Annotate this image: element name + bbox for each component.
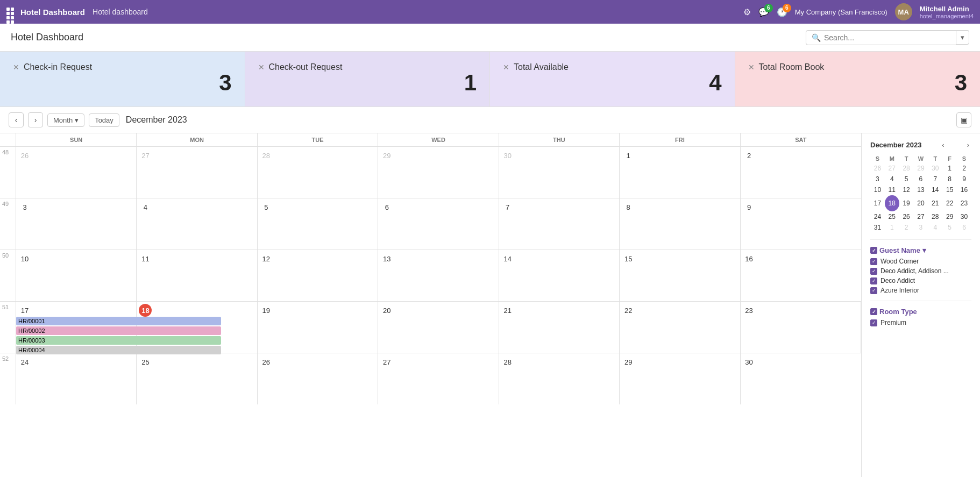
- cal-cell-52-day-4[interactable]: 28: [499, 353, 620, 404]
- cal-cell-50-day-2[interactable]: 12: [258, 250, 378, 301]
- mini-cal-day-4-0[interactable]: 24: [870, 211, 885, 222]
- mini-cal-day-5-4[interactable]: 4: [928, 222, 942, 233]
- cal-cell-49-day-5[interactable]: 8: [620, 198, 740, 250]
- mini-cal-day-3-0[interactable]: 17: [870, 195, 885, 211]
- mini-cal-day-4-5[interactable]: 29: [942, 211, 957, 222]
- mini-cal-day-5-0[interactable]: 31: [870, 222, 885, 233]
- cal-cell-52-day-6[interactable]: 30: [741, 353, 861, 404]
- cal-cell-49-day-6[interactable]: 9: [741, 198, 861, 250]
- filter-guest-item[interactable]: Deco Addict: [870, 277, 971, 284]
- cal-cell-52-day-1[interactable]: 25: [137, 353, 257, 404]
- cal-cell-50-day-4[interactable]: 14: [499, 250, 620, 301]
- cal-cell-48-day-5[interactable]: 1: [620, 147, 740, 198]
- cal-event-HR/00001[interactable]: HR/00001: [16, 317, 221, 325]
- cal-cell-49-day-1[interactable]: 4: [137, 198, 257, 250]
- cal-cell-49-day-2[interactable]: 5: [258, 198, 378, 250]
- mini-cal-day-4-1[interactable]: 25: [885, 211, 899, 222]
- messages-icon[interactable]: 💬 6: [758, 7, 769, 17]
- cal-cell-48-day-4[interactable]: 30: [499, 147, 620, 198]
- mini-cal-day-3-4[interactable]: 21: [928, 195, 942, 211]
- mini-calendar-next[interactable]: ›: [965, 140, 971, 150]
- filter-guest-item[interactable]: Wood Corner: [870, 258, 971, 265]
- filter-item-checkbox[interactable]: [870, 319, 877, 326]
- calendar-today-button[interactable]: Today: [89, 113, 119, 127]
- kpi-close-roombook[interactable]: ✕: [748, 63, 755, 72]
- mini-cal-day-0-5[interactable]: 1: [942, 163, 957, 174]
- mini-cal-day-0-2[interactable]: 28: [899, 163, 914, 174]
- mini-cal-day-2-0[interactable]: 10: [870, 184, 885, 195]
- mini-cal-day-0-6[interactable]: 2: [957, 163, 971, 174]
- calendar-next-button[interactable]: ›: [28, 112, 43, 127]
- mini-cal-day-2-6[interactable]: 16: [957, 184, 971, 195]
- activity-icon[interactable]: 🕐 6: [777, 7, 787, 17]
- cal-cell-49-day-0[interactable]: 3: [16, 198, 137, 250]
- search-dropdown-button[interactable]: ▾: [956, 30, 969, 45]
- mini-calendar-prev[interactable]: ‹: [940, 140, 946, 150]
- mini-cal-day-0-4[interactable]: 30: [928, 163, 942, 174]
- mini-cal-day-3-2[interactable]: 19: [899, 195, 914, 211]
- mini-cal-day-1-1[interactable]: 4: [885, 174, 899, 184]
- mini-cal-day-2-3[interactable]: 13: [914, 184, 928, 195]
- cal-cell-48-day-3[interactable]: 29: [378, 147, 499, 198]
- filter-room-type-title[interactable]: Room Type: [870, 308, 971, 316]
- mini-cal-day-1-5[interactable]: 8: [942, 174, 957, 184]
- mini-cal-day-2-1[interactable]: 11: [885, 184, 899, 195]
- mini-cal-day-0-0[interactable]: 26: [870, 163, 885, 174]
- kpi-close-available[interactable]: ✕: [503, 63, 509, 72]
- cal-cell-50-day-5[interactable]: 15: [620, 250, 740, 301]
- mini-cal-day-4-4[interactable]: 28: [928, 211, 942, 222]
- mini-cal-day-2-4[interactable]: 14: [928, 184, 942, 195]
- mini-cal-day-3-5[interactable]: 22: [942, 195, 957, 211]
- cal-cell-50-day-1[interactable]: 11: [137, 250, 257, 301]
- mini-cal-day-1-4[interactable]: 7: [928, 174, 942, 184]
- filter-item-checkbox[interactable]: [870, 277, 877, 284]
- mini-calendar-grid[interactable]: SMTWTFS 26272829301234567891011121314151…: [870, 154, 971, 233]
- settings-icon[interactable]: ⚙: [743, 7, 751, 17]
- cal-cell-48-day-1[interactable]: 27: [137, 147, 257, 198]
- calendar-layout-button[interactable]: ▣: [956, 112, 971, 127]
- cal-cell-48-day-0[interactable]: 26: [16, 147, 137, 198]
- filter-item-checkbox[interactable]: [870, 287, 877, 294]
- cal-event-HR/00002[interactable]: HR/00002: [16, 326, 221, 335]
- cal-cell-50-day-6[interactable]: 16: [741, 250, 861, 301]
- search-input[interactable]: [824, 33, 950, 42]
- kpi-close-checkout[interactable]: ✕: [258, 63, 265, 72]
- mini-cal-day-4-6[interactable]: 30: [957, 211, 971, 222]
- mini-cal-day-5-3[interactable]: 3: [914, 222, 928, 233]
- cal-cell-48-day-2[interactable]: 28: [258, 147, 378, 198]
- mini-cal-day-4-2[interactable]: 26: [899, 211, 914, 222]
- mini-cal-day-1-2[interactable]: 5: [899, 174, 914, 184]
- cal-cell-48-day-6[interactable]: 2: [741, 147, 861, 198]
- cal-cell-49-day-3[interactable]: 6: [378, 198, 499, 250]
- cal-event-HR/00004[interactable]: HR/00004: [16, 346, 221, 354]
- mini-cal-day-3-6[interactable]: 23: [957, 195, 971, 211]
- filter-room-item[interactable]: Premium: [870, 319, 971, 326]
- avatar[interactable]: MA: [895, 3, 912, 20]
- mini-cal-day-5-5[interactable]: 5: [942, 222, 957, 233]
- filter-item-checkbox[interactable]: [870, 268, 877, 275]
- mini-cal-day-4-3[interactable]: 27: [914, 211, 928, 222]
- cal-cell-50-day-3[interactable]: 13: [378, 250, 499, 301]
- apps-menu-icon[interactable]: [6, 8, 15, 16]
- mini-cal-day-3-1[interactable]: 18: [885, 195, 899, 211]
- mini-cal-day-2-2[interactable]: 12: [899, 184, 914, 195]
- filter-guest-name-title[interactable]: Guest Name ▾: [870, 246, 971, 254]
- mini-cal-day-1-0[interactable]: 3: [870, 174, 885, 184]
- cal-cell-52-day-3[interactable]: 27: [378, 353, 499, 404]
- calendar-mode-button[interactable]: Month ▾: [47, 113, 84, 127]
- cal-cell-52-day-0[interactable]: 24: [16, 353, 137, 404]
- filter-guest-item[interactable]: Deco Addict, Addison ...: [870, 267, 971, 275]
- mini-cal-day-5-1[interactable]: 1: [885, 222, 899, 233]
- cal-cell-50-day-0[interactable]: 10: [16, 250, 137, 301]
- mini-cal-day-2-5[interactable]: 15: [942, 184, 957, 195]
- filter-guest-item[interactable]: Azure Interior: [870, 287, 971, 294]
- cal-cell-49-day-4[interactable]: 7: [499, 198, 620, 250]
- mini-cal-day-5-6[interactable]: 6: [957, 222, 971, 233]
- filter-item-checkbox[interactable]: [870, 258, 877, 265]
- cal-cell-52-day-2[interactable]: 26: [258, 353, 378, 404]
- mini-cal-day-0-3[interactable]: 29: [914, 163, 928, 174]
- mini-cal-day-1-3[interactable]: 6: [914, 174, 928, 184]
- mini-cal-day-3-3[interactable]: 20: [914, 195, 928, 211]
- cal-cell-52-day-5[interactable]: 29: [620, 353, 740, 404]
- cal-event-HR/00003[interactable]: HR/00003: [16, 336, 221, 345]
